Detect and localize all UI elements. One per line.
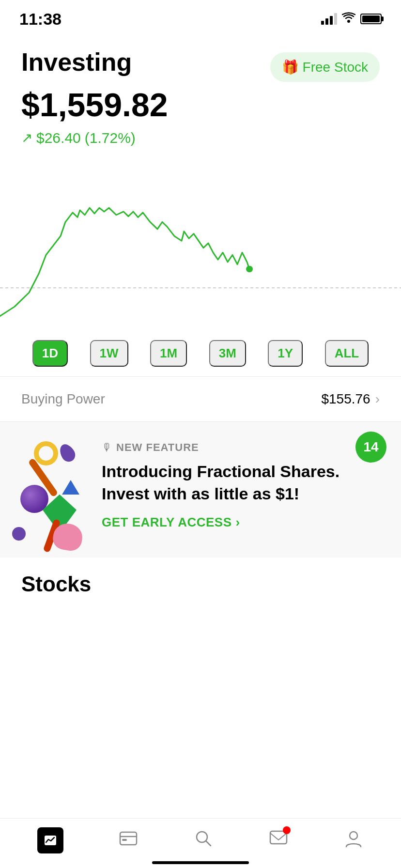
- buying-power-value-wrap: $155.76 ›: [321, 391, 380, 407]
- status-icons: [321, 12, 382, 26]
- tab-1w[interactable]: 1W: [90, 340, 128, 367]
- time-range-tabs: 1D 1W 1M 3M 1Y ALL: [0, 330, 401, 377]
- buying-power-value: $155.76: [321, 391, 370, 407]
- stocks-title: Stocks: [21, 572, 380, 596]
- account-icon: [343, 828, 364, 853]
- header: Investing 🎁 Free Stock: [0, 34, 401, 87]
- purple-drop-shape: [57, 441, 77, 464]
- stocks-section: Stocks: [0, 558, 401, 601]
- nav-item-account[interactable]: [343, 828, 364, 853]
- message-notification-dot: [283, 826, 291, 834]
- change-amount: $26.40: [36, 130, 81, 146]
- blue-triangle-shape: [62, 480, 79, 495]
- tab-1m[interactable]: 1M: [150, 340, 187, 367]
- nav-item-messages[interactable]: [268, 828, 289, 853]
- feature-card: 🎙 NEW FEATURE Introducing Fractional Sha…: [0, 422, 401, 558]
- feature-content: 🎙 NEW FEATURE Introducing Fractional Sha…: [102, 436, 380, 530]
- chevron-right-icon: ›: [236, 515, 240, 530]
- tab-all[interactable]: ALL: [325, 340, 369, 367]
- feature-title: Introducing Fractional Shares.Invest wit…: [102, 461, 380, 505]
- status-bar: 11:38: [0, 0, 401, 34]
- buying-power-label: Buying Power: [21, 391, 105, 407]
- page-title: Investing: [21, 48, 132, 76]
- new-feature-label: 🎙 NEW FEATURE: [102, 441, 380, 454]
- portfolio-value: $1,559.82: [21, 87, 380, 123]
- card-icon: [118, 828, 139, 853]
- svg-rect-6: [122, 839, 127, 841]
- up-arrow-icon: ↗: [21, 130, 32, 146]
- home-indicator: [152, 861, 249, 864]
- wifi-icon: [342, 12, 355, 26]
- gift-icon: 🎁: [282, 59, 299, 75]
- notification-badge: 14: [355, 432, 386, 463]
- nav-item-investing[interactable]: [37, 827, 63, 853]
- free-stock-button[interactable]: 🎁 Free Stock: [270, 52, 380, 82]
- search-icon: [193, 828, 214, 853]
- status-time: 11:38: [19, 10, 62, 29]
- portfolio-change: ↗ $26.40 (1.72%): [21, 130, 380, 146]
- investing-icon: [37, 827, 63, 853]
- svg-point-0: [347, 20, 350, 23]
- signal-icon: [321, 13, 337, 25]
- mic-icon: 🎙: [102, 441, 112, 454]
- nav-item-search[interactable]: [193, 828, 214, 853]
- svg-line-8: [206, 841, 211, 846]
- tab-1y[interactable]: 1Y: [268, 340, 303, 367]
- chart-svg: [0, 161, 401, 326]
- change-percent: (1.72%): [85, 130, 136, 146]
- buying-power-row[interactable]: Buying Power $155.76 ›: [0, 377, 401, 422]
- svg-rect-4: [120, 832, 137, 845]
- get-early-access-button[interactable]: GET EARLY ACCESS ›: [102, 515, 240, 530]
- svg-point-2: [246, 265, 253, 272]
- nav-item-card[interactable]: [118, 828, 139, 853]
- bottom-navigation: [0, 818, 401, 868]
- portfolio-chart: [0, 146, 401, 330]
- feature-illustration: [10, 436, 92, 543]
- svg-point-10: [350, 832, 357, 839]
- free-stock-label: Free Stock: [303, 60, 368, 75]
- battery-icon: [360, 14, 382, 24]
- new-feature-text: NEW FEATURE: [116, 441, 199, 454]
- purple-small-shape: [12, 527, 26, 541]
- portfolio-section: $1,559.82 ↗ $26.40 (1.72%): [0, 87, 401, 146]
- tab-3m[interactable]: 3M: [209, 340, 246, 367]
- ring-shape: [34, 441, 58, 465]
- get-access-label: GET EARLY ACCESS: [102, 515, 232, 530]
- chevron-right-icon: ›: [375, 391, 380, 407]
- tab-1d[interactable]: 1D: [32, 340, 68, 367]
